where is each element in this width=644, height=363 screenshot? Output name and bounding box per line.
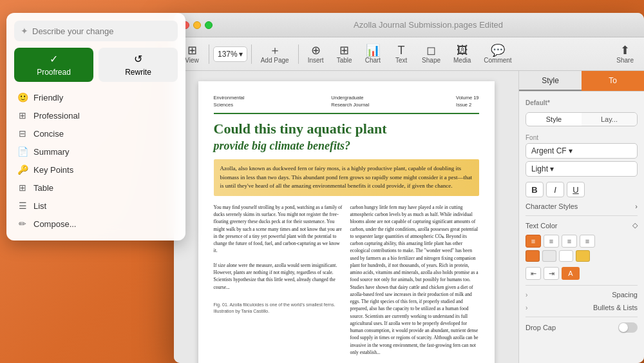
- rewrite-button[interactable]: ↺ Rewrite: [99, 48, 178, 82]
- maximize-button[interactable]: [205, 21, 213, 29]
- sidebar-content: Default* Style Lay... Font Argent CF ▾: [519, 92, 644, 363]
- font-name-selector[interactable]: Argent CF ▾: [526, 143, 638, 159]
- rewrite-label: Rewrite: [125, 68, 151, 77]
- proofread-button[interactable]: ✓ Proofread: [14, 48, 93, 82]
- insert-button[interactable]: ⊕ Insert: [303, 42, 329, 66]
- edited-status: Edited: [479, 20, 503, 30]
- menu-item-list[interactable]: ☰ List: [14, 197, 178, 215]
- doc-right-col: carbon hungry little fern may have playe…: [350, 204, 479, 356]
- color-swatch-white[interactable]: [559, 250, 573, 262]
- font-style-buttons: B I U: [526, 182, 638, 197]
- drop-cap-toggle[interactable]: [618, 322, 638, 333]
- font-label: Font: [526, 134, 638, 141]
- default-style-badge: Default*: [526, 98, 638, 107]
- zoom-control[interactable]: 137% ▾: [213, 46, 247, 62]
- italic-button[interactable]: I: [546, 182, 564, 197]
- chart-button[interactable]: 📊 Chart: [360, 42, 386, 66]
- align-right-button[interactable]: ≡: [562, 235, 577, 248]
- doc-two-column: You may find yourself strolling by a pon…: [214, 204, 479, 356]
- text-color-row[interactable]: Text Color ◇: [526, 221, 638, 230]
- color-swatch-yellow[interactable]: [576, 250, 590, 262]
- shape-icon: ◻: [426, 44, 436, 56]
- font-weight-selector[interactable]: Light ▾: [526, 161, 638, 177]
- add-page-label: Add Page: [261, 57, 289, 64]
- fig-caption: Fig. 01. Azolla filiculoides is one of t…: [214, 302, 343, 315]
- app-window: Azolla Journal Submission.pages Edited ⊞…: [174, 13, 644, 363]
- summary-label: Summary: [33, 147, 70, 157]
- subtab-style[interactable]: Style: [526, 113, 582, 126]
- bold-button[interactable]: B: [526, 182, 544, 197]
- minimize-button[interactable]: [193, 21, 201, 29]
- share-button[interactable]: ⬆ Share: [611, 42, 639, 66]
- chart-label: Chart: [365, 57, 381, 64]
- menu-item-summary[interactable]: 📄 Summary: [14, 142, 178, 161]
- toolbar-divider-3: [298, 44, 299, 64]
- font-section: Font Argent CF ▾ Light ▾: [526, 134, 638, 177]
- doc-left-col: You may find yourself strolling by a pon…: [214, 204, 343, 356]
- table-label: Table: [337, 57, 352, 64]
- color-swatch-gray[interactable]: [542, 250, 556, 262]
- tab-style[interactable]: Style: [519, 71, 582, 91]
- document-page: Environmental Sciences Undergraduate Res…: [198, 81, 495, 363]
- align-center-button[interactable]: ≡: [544, 235, 559, 248]
- highlight-button[interactable]: A: [562, 267, 580, 280]
- bullets-lists-label: Bullets & Lists: [593, 304, 638, 311]
- subtab-layout[interactable]: Lay...: [582, 113, 637, 126]
- view-label: View: [185, 57, 199, 64]
- comment-button[interactable]: 💬 Comment: [478, 42, 516, 66]
- indent-increase-button[interactable]: ⇥: [544, 267, 559, 280]
- add-page-button[interactable]: ＋ Add Page: [256, 42, 294, 66]
- insert-label: Insert: [308, 57, 324, 64]
- rewrite-icon: ↺: [134, 53, 142, 65]
- style-layout-tabs: Style Lay...: [526, 112, 638, 126]
- spacing-arrow-left: ›: [526, 291, 527, 299]
- proofread-icon: ✓: [50, 53, 58, 65]
- menu-item-compose[interactable]: ✏ Compose...: [14, 215, 178, 233]
- add-page-icon: ＋: [269, 44, 281, 56]
- character-styles-row[interactable]: Character Styles ›: [526, 202, 638, 210]
- describe-change-input[interactable]: [32, 26, 171, 36]
- table-button[interactable]: ⊞ Table: [332, 42, 357, 66]
- main-area: Environmental Sciences Undergraduate Res…: [174, 71, 644, 363]
- header-col-3: Volume 19 Issue 2: [456, 94, 478, 109]
- underline-button[interactable]: U: [567, 182, 585, 197]
- key-points-label: Key Points: [33, 165, 73, 175]
- right-sidebar: Style To Default* Style Lay...: [518, 71, 644, 363]
- share-icon: ⬆: [620, 44, 630, 56]
- shape-label: Shape: [422, 57, 440, 64]
- media-button[interactable]: 🖼 Media: [448, 42, 476, 66]
- spacing-row[interactable]: › Spacing: [526, 291, 638, 299]
- ai-writing-panel: ✦ ✓ Proofread ↺ Rewrite 🙂 Friendly ⊞ Pro…: [6, 13, 185, 240]
- menu-item-table[interactable]: ⊞ Table: [14, 179, 178, 197]
- window-title: Azolla Journal Submission.pages Edited: [220, 20, 636, 30]
- tab-format[interactable]: To: [582, 71, 644, 91]
- menu-item-friendly[interactable]: 🙂 Friendly: [14, 88, 178, 106]
- comment-icon: 💬: [491, 44, 505, 56]
- sparkle-icon: ✦: [21, 26, 28, 36]
- color-swatch-orange[interactable]: [526, 250, 540, 262]
- menu-item-concise[interactable]: ⊟ Concise: [14, 124, 178, 142]
- drop-cap-row: Drop Cap: [526, 322, 638, 333]
- drop-cap-label: Drop Cap: [526, 324, 556, 331]
- color-swatch-row: [526, 250, 638, 262]
- document-title: Azolla Journal Submission.pages: [354, 20, 477, 30]
- describe-change-row: ✦: [14, 21, 178, 41]
- align-left-button[interactable]: ≡: [526, 235, 541, 248]
- concise-icon: ⊟: [17, 128, 28, 139]
- header-col-2: Undergraduate Research Journal: [331, 94, 369, 109]
- plant-svg: [210, 353, 274, 363]
- tab-format-label: To: [609, 76, 617, 85]
- bullets-arrow: ›: [526, 304, 527, 311]
- text-button[interactable]: T Text: [388, 42, 414, 66]
- menu-item-professional[interactable]: ⊞ Professional: [14, 106, 178, 124]
- align-justify-button[interactable]: ≡: [580, 235, 595, 248]
- indent-decrease-button[interactable]: ⇤: [526, 267, 541, 280]
- bullets-lists-row[interactable]: › Bullets & Lists: [526, 304, 638, 311]
- action-buttons-row: ✓ Proofread ↺ Rewrite: [14, 48, 178, 82]
- menu-item-key-points[interactable]: 🔑 Key Points: [14, 161, 178, 179]
- professional-label: Professional: [33, 111, 80, 121]
- divider-3: [526, 317, 638, 317]
- shape-button[interactable]: ◻ Shape: [417, 42, 446, 66]
- toolbar-divider: [209, 44, 209, 64]
- doc-header: Environmental Sciences Undergraduate Res…: [214, 94, 479, 114]
